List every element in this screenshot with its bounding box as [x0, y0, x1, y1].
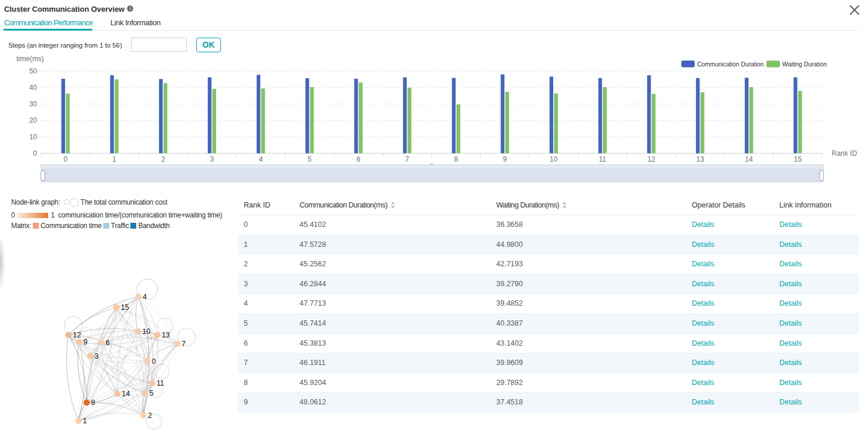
- svg-text:2: 2: [161, 155, 165, 163]
- svg-text:15: 15: [121, 303, 129, 312]
- svg-text:10: 10: [550, 155, 558, 163]
- svg-text:Communication Duration: Communication Duration: [697, 61, 764, 68]
- svg-text:30: 30: [29, 100, 38, 108]
- svg-text:1: 1: [112, 155, 116, 163]
- svg-text:11: 11: [157, 379, 164, 387]
- svg-text:Rank ID: Rank ID: [832, 149, 857, 158]
- svg-text:12: 12: [647, 155, 655, 163]
- svg-text:11: 11: [599, 155, 607, 163]
- svg-text:7: 7: [405, 155, 409, 163]
- svg-text:0: 0: [152, 357, 156, 366]
- svg-text:13: 13: [162, 331, 170, 339]
- svg-text:9: 9: [503, 155, 507, 163]
- svg-text:5: 5: [308, 155, 312, 163]
- svg-text:10: 10: [142, 327, 150, 336]
- svg-text:0: 0: [33, 149, 37, 158]
- svg-text:10: 10: [29, 133, 38, 141]
- svg-text:6: 6: [356, 155, 361, 163]
- svg-text:15: 15: [794, 155, 802, 163]
- svg-text:9: 9: [83, 338, 88, 346]
- svg-text:1: 1: [83, 417, 87, 425]
- svg-text:8: 8: [454, 155, 458, 163]
- svg-text:12: 12: [73, 331, 81, 339]
- svg-text:3: 3: [210, 155, 214, 163]
- svg-text:4: 4: [143, 293, 147, 301]
- svg-text:14: 14: [122, 390, 130, 398]
- svg-text:40: 40: [29, 83, 38, 92]
- svg-text:20: 20: [29, 116, 38, 125]
- svg-text:time(ms): time(ms): [16, 55, 44, 63]
- svg-text:6: 6: [106, 339, 110, 347]
- svg-text:50: 50: [29, 67, 38, 75]
- svg-text:2: 2: [148, 411, 152, 420]
- svg-text:13: 13: [697, 155, 705, 163]
- svg-text:4: 4: [259, 155, 263, 163]
- svg-text:5: 5: [150, 389, 154, 397]
- svg-text:8: 8: [91, 399, 95, 407]
- svg-text:Waiting Duration: Waiting Duration: [782, 61, 827, 68]
- svg-text:7: 7: [181, 340, 186, 348]
- svg-text:3: 3: [95, 352, 99, 360]
- svg-text:0: 0: [63, 155, 68, 163]
- svg-text:14: 14: [745, 155, 753, 163]
